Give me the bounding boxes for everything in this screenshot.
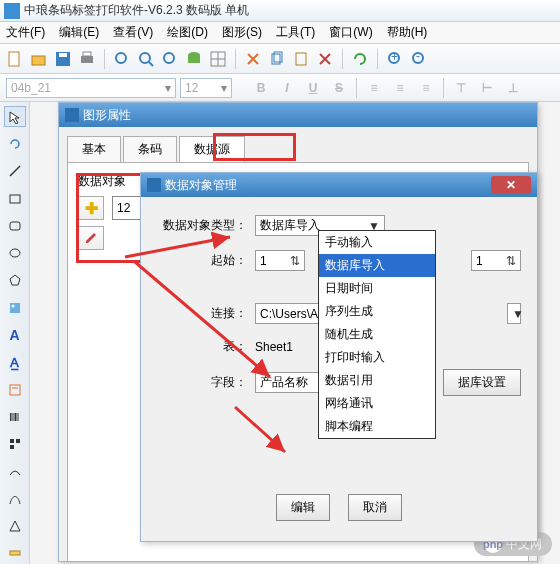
opt-seq[interactable]: 序列生成 — [319, 300, 435, 323]
main-toolbar: + - — [0, 44, 560, 74]
copy-icon[interactable] — [268, 50, 286, 68]
valign-mid-button[interactable]: ⊢ — [476, 78, 498, 98]
svg-point-25 — [10, 249, 20, 257]
measure-tool[interactable] — [4, 543, 26, 564]
properties-titlebar[interactable]: 图形属性 — [59, 103, 537, 127]
count-input[interactable]: 1⇅ — [471, 250, 521, 271]
rounded-rect-tool[interactable] — [4, 215, 26, 236]
paste-icon[interactable] — [292, 50, 310, 68]
zoom-minus-icon[interactable]: - — [410, 50, 428, 68]
bold-button[interactable]: B — [250, 78, 272, 98]
properties-tabs: 基本 条码 数据源 — [59, 127, 537, 162]
opt-rand[interactable]: 随机生成 — [319, 323, 435, 346]
field-label: 字段： — [157, 374, 247, 391]
rotate-tool[interactable] — [4, 133, 26, 154]
print-icon[interactable] — [78, 50, 96, 68]
delete-icon[interactable] — [316, 50, 334, 68]
close-button[interactable]: ✕ — [491, 176, 531, 194]
value-text: 12 — [117, 201, 130, 215]
start-input[interactable]: 1⇅ — [255, 250, 305, 271]
svg-rect-0 — [9, 52, 19, 66]
svg-text:-: - — [416, 51, 420, 63]
grid-icon[interactable] — [209, 50, 227, 68]
svg-line-8 — [149, 62, 153, 66]
opt-manual[interactable]: 手动输入 — [319, 231, 435, 254]
separator — [235, 49, 236, 69]
spinner-icon: ⇅ — [506, 254, 516, 268]
rect-tool[interactable] — [4, 188, 26, 209]
align-center-button[interactable]: ≡ — [389, 78, 411, 98]
menu-tool[interactable]: 工具(T) — [276, 24, 315, 41]
curve-tool[interactable] — [4, 461, 26, 482]
poly-tool[interactable] — [4, 515, 26, 536]
svg-rect-36 — [16, 439, 20, 443]
bezier-tool[interactable] — [4, 488, 26, 509]
polygon-tool[interactable] — [4, 270, 26, 291]
opt-date[interactable]: 日期时间 — [319, 277, 435, 300]
spinner-icon: ⇅ — [290, 254, 300, 268]
text-a-tool[interactable]: A — [4, 324, 26, 345]
conn-dd[interactable]: ▼ — [507, 303, 521, 324]
align-right-button[interactable]: ≡ — [415, 78, 437, 98]
barcode-tool[interactable] — [4, 406, 26, 427]
dropdown-icon: ▼ — [512, 307, 524, 321]
db-settings-button[interactable]: 据库设置 — [443, 369, 521, 396]
opt-script[interactable]: 脚本编程 — [319, 415, 435, 438]
underline-button[interactable]: U — [302, 78, 324, 98]
refresh-icon[interactable] — [351, 50, 369, 68]
svg-point-28 — [11, 304, 14, 307]
align-left-button[interactable]: ≡ — [363, 78, 385, 98]
window-titlebar: 中琅条码标签打印软件-V6.2.3 数码版 单机 — [0, 0, 560, 22]
menu-window[interactable]: 窗口(W) — [329, 24, 372, 41]
new-icon[interactable] — [6, 50, 24, 68]
menu-graphic[interactable]: 图形(S) — [222, 24, 262, 41]
tab-barcode[interactable]: 条码 — [123, 136, 177, 163]
cancel-button[interactable]: 取消 — [348, 494, 402, 521]
zoom-plus-icon[interactable]: + — [386, 50, 404, 68]
svg-point-9 — [164, 53, 174, 63]
menu-draw[interactable]: 绘图(D) — [167, 24, 208, 41]
opt-ref[interactable]: 数据引用 — [319, 369, 435, 392]
font-name-combo[interactable]: 04b_21▾ — [6, 78, 176, 98]
valign-bot-button[interactable]: ⊥ — [502, 78, 524, 98]
workspace: A A̲ 图形属性 基本 条码 数据源 数据对象 ✚ — [0, 102, 560, 564]
image-tool[interactable] — [4, 297, 26, 318]
menu-help[interactable]: 帮助(H) — [387, 24, 428, 41]
open-icon[interactable] — [30, 50, 48, 68]
canvas-area[interactable]: 图形属性 基本 条码 数据源 数据对象 ✚ 12 — [30, 102, 560, 564]
svg-rect-39 — [10, 551, 20, 555]
pointer-tool[interactable] — [4, 106, 26, 127]
tab-basic[interactable]: 基本 — [67, 136, 121, 163]
edit-button[interactable]: 编辑 — [276, 494, 330, 521]
opt-print[interactable]: 打印时输入 — [319, 346, 435, 369]
font-size-combo[interactable]: 12▾ — [180, 78, 232, 98]
add-button[interactable]: ✚ — [78, 196, 104, 220]
italic-button[interactable]: I — [276, 78, 298, 98]
cut-icon[interactable] — [244, 50, 262, 68]
data-dialog-titlebar[interactable]: 数据对象管理 ✕ — [141, 173, 537, 197]
svg-rect-34 — [17, 413, 18, 421]
save-icon[interactable] — [54, 50, 72, 68]
panel-icon — [147, 178, 161, 192]
type-dropdown-list[interactable]: 手动输入 数据库导入 日期时间 序列生成 随机生成 打印时输入 数据引用 网络通… — [318, 230, 436, 439]
strike-button[interactable]: S — [328, 78, 350, 98]
zoom-out-icon[interactable] — [161, 50, 179, 68]
qrcode-tool[interactable] — [4, 434, 26, 455]
menu-edit[interactable]: 编辑(E) — [59, 24, 99, 41]
opt-net[interactable]: 网络通讯 — [319, 392, 435, 415]
text-tool[interactable]: A̲ — [4, 352, 26, 373]
edit-item-button[interactable] — [78, 226, 104, 250]
richtext-tool[interactable] — [4, 379, 26, 400]
tab-datasource[interactable]: 数据源 — [179, 136, 245, 163]
type-label: 数据对象类型： — [157, 217, 247, 234]
valign-top-button[interactable]: ⊤ — [450, 78, 472, 98]
line-tool[interactable] — [4, 161, 26, 182]
menu-view[interactable]: 查看(V) — [113, 24, 153, 41]
zoom-in-icon[interactable] — [137, 50, 155, 68]
opt-db[interactable]: 数据库导入 — [319, 254, 435, 277]
table-label: 表： — [157, 338, 247, 355]
database-icon[interactable] — [185, 50, 203, 68]
menu-file[interactable]: 文件(F) — [6, 24, 45, 41]
ellipse-tool[interactable] — [4, 242, 26, 263]
zoom-fit-icon[interactable] — [113, 50, 131, 68]
